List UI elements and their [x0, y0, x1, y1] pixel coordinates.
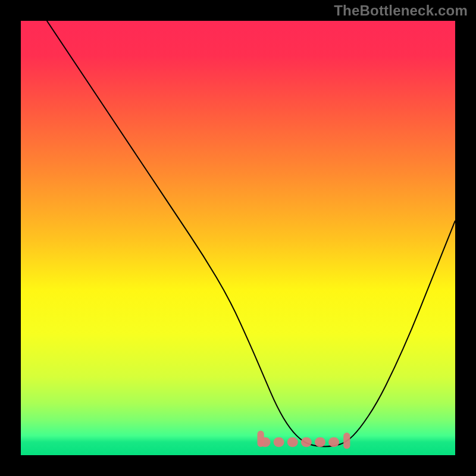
optimal-range-marker: [287, 437, 298, 447]
bottleneck-chart: [21, 21, 455, 455]
optimal-range-marker: [301, 437, 312, 447]
optimal-range-marker: [315, 437, 325, 447]
optimal-range-marker: [274, 437, 284, 447]
gradient-background: [21, 21, 455, 455]
chart-frame: TheBottleneck.com: [0, 0, 476, 476]
optimal-range-end-marker: [258, 431, 264, 447]
attribution-text: TheBottleneck.com: [334, 2, 468, 19]
optimal-range-end-marker: [343, 433, 350, 449]
optimal-range-marker: [328, 437, 339, 447]
